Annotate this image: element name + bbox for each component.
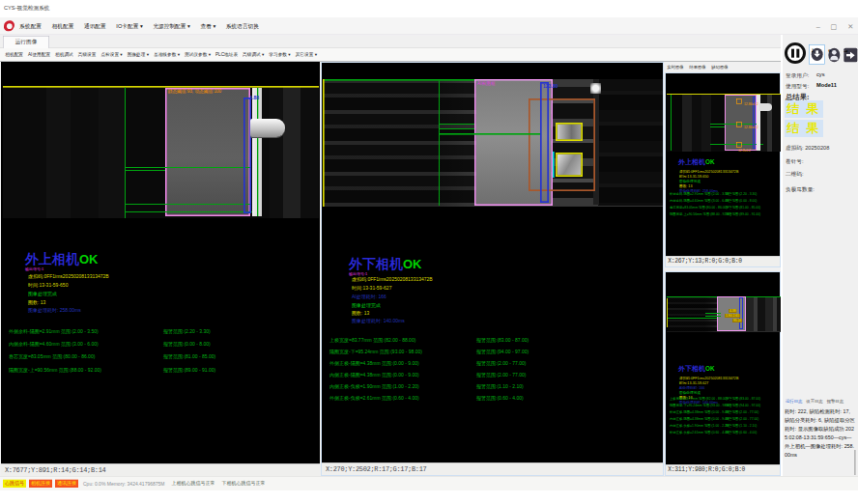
camera2-done: 图像处理完成 <box>352 302 381 308</box>
mini-header-item1[interactable]: 实时图像 <box>667 64 683 70</box>
exit-button[interactable]: ⇥ <box>844 46 858 64</box>
log-tab-alarm[interactable]: 报警日志 <box>827 399 844 405</box>
result-box-2: 结 果 <box>785 120 823 137</box>
pause-button[interactable] <box>785 42 806 64</box>
tool-image-process[interactable]: 图像处理 ▾ <box>128 52 149 58</box>
log-scrollbar[interactable] <box>854 450 856 475</box>
camera1-row2: 内侧余料-隔圈=4.60mm 范围:(3.00 - 6.00)报警范围:(0.0… <box>9 341 99 347</box>
tool-camera-debug[interactable]: 相机调试 <box>55 52 73 58</box>
log-tabs: 运行日志 设置日志 报警日志 <box>786 399 844 405</box>
menu-camera-config[interactable]: 相机配置 <box>52 22 74 30</box>
camera1-mini-panel[interactable]: 12.84±0.2 12.84±0.2 12.8±0.2 外上相机OK 虚拟码:… <box>665 72 781 267</box>
camera2-vline-yellow <box>323 79 325 207</box>
camera2-image[interactable]: AI检测框 123.80 <box>323 79 663 207</box>
count-label: 负极耳数量: <box>786 185 815 193</box>
login-user-value: cys <box>816 71 824 78</box>
status-bar: 心跳信号 相机连接 通讯连接 Cpu: 0.0% Memory: 3424.41… <box>0 476 858 490</box>
camera2-mini-image: 4.38 1.90 2.61 95.24 <box>667 296 781 332</box>
camera1-elapsed: 图像处理耗时: 258.00ms <box>28 307 81 313</box>
camera1-code: 虚拟码:0FF1ims2025020813313472B <box>28 273 109 279</box>
camera2-machinery2 <box>598 79 663 206</box>
tool-baseline-params[interactable]: 基准线参数 ▾ <box>154 52 180 58</box>
menu-light-config[interactable]: 光源控制配置 ▾ <box>153 22 189 30</box>
login-button[interactable]: ⭣ <box>809 44 825 65</box>
camera2-mini-status: X:311;Y:980;R:0;G:0;B:0 <box>666 464 780 475</box>
log-tab-setting[interactable]: 设置日志 <box>806 399 822 405</box>
menu-language[interactable]: 系统语言切换 <box>226 22 259 30</box>
mini-panels-column: 实时图像 结果图像 缺陷图像 12.84±0.2 12.84±0.2 12. <box>665 62 781 476</box>
camera1-measure-value: 3.88 <box>249 95 259 100</box>
camera1-hline3 <box>125 204 250 205</box>
menu-bar: 系统配置 相机配置 通讯配置 IO卡配置 ▾ 光源控制配置 ▾ 查看 ▾ 系统语… <box>0 17 858 35</box>
minimize-icon[interactable]: – <box>816 22 820 31</box>
tab-run-image[interactable]: 运行图像 <box>3 36 49 48</box>
camera2-status-bar: X:270;Y:2502;R:17;G:17;B:17 <box>322 462 663 475</box>
camera1-edge-vline <box>257 88 258 216</box>
camera1-threshold-label: 静态阈值:93, 动态阈值:100 <box>168 89 221 95</box>
app-logo-icon <box>4 20 14 31</box>
camera2-row2: 隔圈宽度-下=95.24mm 范围:(93.00 - 98.00)报警范围:(9… <box>329 349 422 354</box>
mini-header-item2[interactable]: 结果图像 <box>689 64 705 70</box>
tool-other-settings[interactable]: 其它设置 ▾ <box>296 52 317 58</box>
login-user-icon: ⭣ <box>812 48 823 61</box>
camera1-signal: 输出信号:1 <box>25 266 43 272</box>
camera1-image[interactable]: 静态阈值:93, 动态阈值:100 3.88 <box>3 86 319 218</box>
menu-comm-config[interactable]: 通讯配置 <box>84 22 106 30</box>
menu-view[interactable]: 查看 ▾ <box>200 22 215 30</box>
window-controls: – ▢ ✕ <box>816 17 853 35</box>
log-text: 耗时: 222, 缺陷检测耗时: 17, 缺陷分类耗时: 6, 缺陷提取分区耗时… <box>785 407 855 479</box>
sidebar: ⭣ e ⇥ 登录用户: cys 使用型号: Mode11 总结果: 结 果 结 … <box>783 35 858 476</box>
close-icon[interactable]: ✕ <box>847 22 853 31</box>
camera1-row3: 卷芯宽度=83.05mm 范围:(80.00 - 86.00)报警范围:(81.… <box>9 353 95 359</box>
model-label: 使用型号: <box>786 82 809 90</box>
mini-header-item3[interactable]: 缺陷图像 <box>711 64 728 70</box>
camera2-row5: 内侧正极-负极=1.90mm 范围:(1.00 - 2.20)报警范围:(1.1… <box>329 383 419 389</box>
tool-ai-config[interactable]: AI使用配置 <box>28 52 50 58</box>
camera1-vline-green <box>125 88 126 218</box>
camera1-tab-blob <box>250 119 285 137</box>
menu-system-config[interactable]: 系统配置 <box>19 22 42 30</box>
tab-strip: 运行图像 <box>0 36 781 48</box>
pin-label: 卷针号: <box>786 157 804 165</box>
camera2-hline1 <box>439 124 474 125</box>
camera2-elapsed: 图像处理耗时: 140.00ms <box>352 318 405 323</box>
model-value: Mode11 <box>816 82 837 89</box>
camera1-measure-rect <box>243 98 251 213</box>
camera1-row1: 外侧余料-隔圈=2.91mm 范围:(2.00 - 3.50)报警范围:(2.2… <box>9 328 99 334</box>
user-button[interactable]: e <box>828 46 842 64</box>
camera-conn-badge: 相机连接 <box>29 480 52 488</box>
heartbeat-badge: 心跳信号 <box>3 480 26 488</box>
maximize-icon[interactable]: ▢ <box>831 22 838 31</box>
tool-camera-config[interactable]: 相机配置 <box>5 52 23 58</box>
camera2-row6: 外侧正极-负极=2.61mm 范围:(0.60 - 4.00)报警范围:(0.6… <box>329 395 419 401</box>
window-title: CYS-视觉检测系统 <box>4 4 50 12</box>
tool-spotcheck[interactable]: 点检设置 ▾ <box>100 52 122 58</box>
cam-down-heartbeat: 下相机心跳信号正常 <box>221 481 265 487</box>
code-label: 虚拟码: 20250208 <box>786 144 829 152</box>
camera1-mini-status: X:267;Y:13;R:0;G:0;B:0 <box>666 256 780 266</box>
toolbar: 相机配置 AI使用配置 相机调试 高级设置 点检设置 ▾ 图像处理 ▾ 基准线参… <box>0 48 781 62</box>
tool-advanced-debug[interactable]: 高级调试 ▾ <box>243 52 264 58</box>
tool-advanced-setting[interactable]: 高级设置 <box>78 52 97 58</box>
cam-up-heartbeat: 上相机心跳信号正常 <box>171 481 214 487</box>
mini-header: 实时图像 结果图像 缺陷图像 <box>665 62 781 72</box>
menu-io-config[interactable]: IO卡配置 ▾ <box>116 22 142 30</box>
camera2-mini-panel[interactable]: 4.38 1.90 2.61 95.24 外下相机OK 虚拟码:0FF1ims2… <box>665 271 781 476</box>
tool-plc-table[interactable]: PLC地址表 <box>215 52 238 58</box>
title-bar: CYS-视觉检测系统 <box>0 0 858 17</box>
camera2-measure-rect <box>540 82 549 203</box>
cpu-memory-text: Cpu: 0.0% Memory: 3424.41796875M <box>83 481 164 487</box>
camera1-roi-rect <box>165 88 250 216</box>
camera2-yellow-rect2 <box>556 153 583 177</box>
camera2-row3: 外侧正极-隔圈=4.38mm 范围:(0.00 - 9.00)报警范围:(2.0… <box>329 360 419 366</box>
camera1-mini-title: 外上相机OK <box>678 158 714 165</box>
main-area: 静态阈值:93, 动态阈值:100 3.88 外上相机OK 输出信号:1 虚拟码… <box>0 62 781 476</box>
camera2-measure-value: 123.80 <box>543 83 558 89</box>
log-tab-run[interactable]: 运行日志 <box>786 399 802 405</box>
camera1-panel: 静态阈值:93, 动态阈值:100 3.88 外上相机OK 输出信号:1 虚拟码… <box>1 62 320 476</box>
result-box-1: 结 果 <box>785 100 823 118</box>
camera2-highlight <box>590 83 601 94</box>
camera2-time: 时间:13-31-59-627 <box>352 285 391 291</box>
tool-test-params[interactable]: 测试仪参数 ▾ <box>185 52 211 58</box>
tool-learn-params[interactable]: 学习参数 ▾ <box>269 52 290 58</box>
